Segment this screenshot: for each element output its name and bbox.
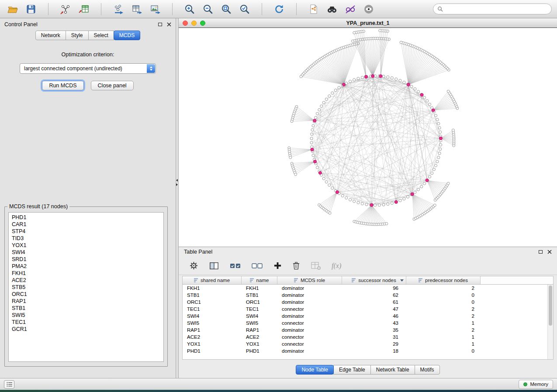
run-mcds-button[interactable]: Run MCDS (42, 81, 83, 90)
table-row[interactable]: ORC1ORC1dominator610 (183, 299, 547, 306)
mcds-result-item[interactable]: PHD1 (12, 214, 160, 221)
open-folder-button[interactable] (5, 2, 20, 17)
column-header-predecessor-nodes[interactable]: predecessor nodes (406, 276, 481, 284)
save-button[interactable] (24, 2, 38, 17)
column-header-mcds-role[interactable]: MCDS role (277, 276, 342, 284)
table-row[interactable]: STB1STB1dominator620 (183, 292, 547, 299)
mcds-result-item[interactable]: PMA2 (12, 263, 160, 270)
mcds-result-item[interactable]: SRD1 (12, 256, 160, 263)
close-panel-button[interactable]: Close panel (91, 81, 134, 90)
tab-motifs[interactable]: Motifs (415, 365, 440, 375)
table-row[interactable]: FKH1FKH1dominator962 (183, 285, 547, 292)
table-cell: TEC1 (242, 306, 277, 312)
zoom-window-button[interactable] (200, 21, 205, 26)
mcds-result-item[interactable]: TEC1 (12, 319, 160, 326)
table-scrollbar[interactable] (547, 285, 553, 359)
delete-table-button[interactable] (311, 261, 321, 270)
select-all-icon (230, 262, 241, 270)
close-table-panel-icon[interactable] (547, 250, 552, 254)
hide-glasses-button[interactable] (343, 2, 358, 17)
minimize-window-button[interactable] (191, 21, 197, 26)
export-network-button[interactable] (111, 2, 126, 17)
mcds-result-item[interactable]: YOX1 (12, 242, 160, 249)
toggle-columns-button[interactable] (209, 261, 219, 270)
table-cell: 2 (406, 313, 481, 319)
import-network-button[interactable] (58, 2, 73, 17)
tab-network[interactable]: Network (35, 31, 66, 40)
table-settings-button[interactable] (189, 261, 198, 270)
zoom-in-icon (184, 3, 195, 15)
zoom-out-button[interactable] (201, 2, 215, 17)
splitter-collapse-icon[interactable] (176, 179, 178, 186)
zoom-fit-button[interactable] (219, 2, 234, 17)
table-cell: dominator (277, 285, 342, 291)
close-window-button[interactable] (183, 21, 188, 26)
table-cell: ACE2 (183, 334, 242, 340)
mcds-result-item[interactable]: RAP1 (12, 298, 160, 305)
import-table-button[interactable] (76, 2, 91, 17)
zoom-selected-button[interactable] (237, 2, 252, 17)
share-document-button[interactable] (306, 2, 321, 17)
table-row[interactable]: TEC1TEC1connector472 (183, 306, 547, 313)
mcds-result-list[interactable]: PHD1CAR1STP4TID3YOX1SWI4SRD1PMA2FKH1ACE2… (8, 212, 164, 362)
table-cell: connector (277, 320, 342, 326)
eye-button[interactable] (361, 2, 376, 17)
function-builder-button[interactable]: f(x) (332, 262, 341, 270)
refresh-button[interactable] (272, 2, 287, 17)
table-cell: YOX1 (242, 341, 277, 347)
mcds-result-item[interactable]: ACE2 (12, 277, 160, 284)
mcds-result-item[interactable]: STB5 (12, 284, 160, 291)
deselect-all-button[interactable] (252, 262, 263, 270)
column-header-successor-nodes[interactable]: successor nodes (342, 276, 406, 284)
table-row[interactable]: RAP1RAP1dominator352 (183, 327, 547, 334)
close-panel-icon[interactable] (167, 22, 171, 27)
mcds-result-item[interactable]: STB1 (12, 305, 160, 312)
scrollbar-thumb[interactable] (549, 285, 552, 326)
delete-columns-button[interactable] (292, 261, 300, 270)
toolbar-separator (101, 3, 101, 15)
table-row[interactable]: YOX1YOX1connector291 (183, 340, 547, 347)
mcds-result-item[interactable]: CAR1 (12, 221, 160, 228)
table-cell: connector (277, 334, 342, 340)
trash-icon (292, 261, 300, 270)
tab-edge-table[interactable]: Edge Table (333, 365, 371, 375)
optimization-criterion-select[interactable]: largest connected component (undirected) (20, 63, 156, 74)
select-all-button[interactable] (230, 262, 241, 270)
table-row[interactable]: ACE2ACE2connector311 (183, 334, 547, 340)
float-table-panel-icon[interactable] (539, 250, 543, 254)
delete-table-icon (311, 261, 321, 270)
tab-node-table[interactable]: Node Table (296, 365, 334, 375)
mcds-result-item[interactable]: SWI5 (12, 312, 160, 319)
mcds-result-item[interactable]: TID3 (12, 235, 160, 242)
column-header-shared-name[interactable]: shared name (183, 276, 242, 284)
network-titlebar[interactable]: YPA_prune.txt_1 (179, 18, 557, 28)
sort-icon (194, 278, 198, 282)
tab-network-table[interactable]: Network Table (370, 365, 415, 375)
search-binoculars-button[interactable] (325, 2, 339, 17)
table-cell: dominator (277, 292, 342, 298)
mcds-result-item[interactable]: FKH1 (12, 270, 160, 277)
network-canvas[interactable] (179, 28, 557, 247)
export-table-button[interactable] (129, 2, 144, 17)
status-menu-button[interactable] (4, 380, 14, 389)
table-row[interactable]: SWI5SWI5connector431 (183, 320, 547, 327)
export-image-button[interactable] (148, 2, 163, 17)
tab-style[interactable]: Style (66, 31, 89, 40)
zoom-in-button[interactable] (182, 2, 197, 17)
search-input[interactable] (446, 6, 547, 12)
add-column-button[interactable] (273, 261, 282, 270)
table-cell: YOX1 (183, 341, 242, 347)
mcds-result-item[interactable]: STP4 (12, 228, 160, 235)
table-row[interactable]: SWI4SWI4dominator462 (183, 313, 547, 320)
mcds-result-item[interactable]: GCR1 (12, 326, 160, 333)
tab-select[interactable]: Select (88, 31, 114, 40)
mcds-result-item[interactable]: SWI4 (12, 249, 160, 256)
memory-button[interactable]: Memory (519, 380, 553, 389)
mcds-result-item[interactable]: ORC1 (12, 291, 160, 298)
table-row[interactable]: PHD1PHD1dominator180 (183, 347, 547, 354)
float-panel-icon[interactable] (158, 23, 162, 26)
mcds-result-title: MCDS result (17 nodes) (7, 203, 69, 210)
control-panel-title: Control Panel (4, 21, 38, 28)
column-header-name[interactable]: name (242, 276, 277, 284)
tab-mcds[interactable]: MCDS (114, 31, 140, 40)
